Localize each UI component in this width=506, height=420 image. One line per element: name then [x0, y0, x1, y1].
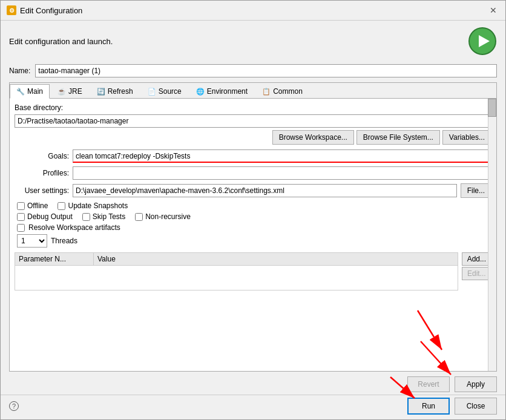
skip-tests-checkbox-item: Skip Tests — [82, 212, 125, 221]
profiles-label: Profiles: — [15, 169, 69, 177]
main-content-area: 🔧 Main ☕ JRE 🔄 Refresh 📄 Source 🌐 Enviro… — [9, 82, 497, 372]
checkboxes-row2: Debug Output Skip Tests Non-recursive — [15, 212, 491, 221]
name-input[interactable] — [35, 64, 497, 77]
title-bar: ⚙ Edit Configuration ✕ — [1, 1, 505, 21]
run-close-row: ? Run Close — [1, 395, 505, 419]
tab-refresh[interactable]: 🔄 Refresh — [90, 84, 140, 98]
edit-configuration-dialog: ⚙ Edit Configuration ✕ Edit configuratio… — [0, 0, 506, 420]
name-label: Name: — [9, 67, 30, 75]
goals-input[interactable] — [73, 149, 491, 163]
run-close-buttons: Run Close — [407, 398, 497, 415]
parameter-table: Parameter N... Value — [15, 252, 458, 290]
apply-button[interactable]: Apply — [455, 376, 497, 392]
non-recursive-checkbox-item: Non-recursive — [135, 212, 191, 221]
jre-tab-icon: ☕ — [58, 88, 66, 96]
debug-output-label: Debug Output — [27, 212, 73, 221]
parameter-table-container: Parameter N... Value Add... Edit... — [15, 252, 491, 290]
name-row: Name: — [1, 62, 505, 82]
title-bar-left: ⚙ Edit Configuration — [7, 5, 82, 15]
update-snapshots-checkbox[interactable] — [58, 202, 65, 210]
close-button[interactable]: Close — [455, 398, 497, 415]
refresh-tab-icon: 🔄 — [97, 88, 105, 96]
user-settings-row: User settings: File... — [15, 183, 491, 198]
tab-content: Base directory: Browse Workspace... Brow… — [10, 99, 496, 371]
non-recursive-checkbox[interactable] — [135, 213, 143, 221]
base-directory-input[interactable] — [15, 114, 491, 128]
goals-label: Goals: — [15, 152, 69, 160]
header-description: Edit configuration and launch. — [9, 37, 113, 46]
user-settings-label: User settings: — [15, 186, 69, 195]
file-button[interactable]: File... — [461, 183, 491, 198]
skip-tests-checkbox[interactable] — [82, 213, 90, 221]
run-button[interactable]: Run — [407, 398, 450, 415]
main-tab-icon: 🔧 — [16, 88, 25, 96]
threads-label: Threads — [51, 237, 77, 245]
tab-main[interactable]: 🔧 Main — [10, 84, 50, 99]
close-icon[interactable]: ✕ — [487, 4, 499, 16]
common-tab-icon: 📋 — [262, 88, 271, 96]
resolve-workspace-checkbox[interactable] — [17, 224, 25, 232]
checkboxes-row1: Offline Update Snapshots — [15, 202, 491, 210]
arrow-annotation — [345, 298, 466, 371]
skip-tests-label: Skip Tests — [93, 212, 125, 221]
resolve-workspace-label: Resolve Workspace artifacts — [28, 223, 120, 232]
add-button[interactable]: Add... — [462, 252, 491, 266]
tab-common[interactable]: 📋 Common — [255, 84, 309, 98]
base-directory-label: Base directory: — [15, 103, 491, 112]
update-snapshots-label: Update Snapshots — [68, 202, 128, 210]
svg-line-3 — [418, 310, 442, 350]
tab-environment[interactable]: 🌐 Environment — [189, 84, 254, 98]
dialog-title: Edit Configuration — [20, 6, 82, 15]
dialog-icon: ⚙ — [7, 5, 16, 15]
revert-button[interactable]: Revert — [407, 376, 450, 392]
run-play-icon — [468, 27, 497, 56]
checkboxes-row3: Resolve Workspace artifacts — [15, 223, 491, 232]
profiles-input[interactable] — [73, 166, 491, 180]
tab-jre[interactable]: ☕ JRE — [51, 84, 89, 98]
source-tab-icon: 📄 — [148, 88, 156, 96]
offline-label: Offline — [27, 202, 48, 210]
scrollbar-track[interactable] — [488, 99, 496, 371]
threads-row: 1 2 4 Threads — [15, 234, 491, 248]
debug-output-checkbox[interactable] — [17, 213, 25, 221]
bottom-area: Revert Apply ? Run Close — [1, 372, 505, 419]
table-body — [15, 266, 458, 290]
offline-checkbox[interactable] — [17, 202, 25, 210]
threads-select[interactable]: 1 2 4 — [17, 234, 47, 248]
scrollbar-thumb[interactable] — [488, 99, 496, 117]
environment-tab-icon: 🌐 — [196, 88, 205, 96]
browse-filesystem-button[interactable]: Browse File System... — [356, 130, 440, 145]
table-header: Parameter N... Value — [15, 253, 458, 266]
revert-apply-row: Revert Apply — [1, 372, 505, 395]
debug-output-checkbox-item: Debug Output — [17, 212, 73, 221]
tab-source[interactable]: 📄 Source — [141, 84, 188, 98]
table-side-buttons: Add... Edit... — [462, 252, 491, 290]
tabs-bar: 🔧 Main ☕ JRE 🔄 Refresh 📄 Source 🌐 Enviro… — [10, 83, 496, 99]
browse-buttons-row: Browse Workspace... Browse File System..… — [15, 130, 491, 145]
update-snapshots-checkbox-item: Update Snapshots — [58, 202, 128, 210]
non-recursive-label: Non-recursive — [145, 212, 191, 221]
goals-row: Goals: — [15, 149, 491, 163]
profiles-row: Profiles: — [15, 166, 491, 180]
variables-button[interactable]: Variables... — [442, 130, 491, 145]
edit-button[interactable]: Edit... — [462, 267, 491, 280]
table-col1-header: Parameter N... — [15, 253, 94, 265]
browse-workspace-button[interactable]: Browse Workspace... — [272, 130, 354, 145]
offline-checkbox-item: Offline — [17, 202, 48, 210]
table-col2-header: Value — [94, 253, 458, 265]
user-settings-input[interactable] — [73, 184, 457, 197]
help-icon[interactable]: ? — [9, 401, 19, 411]
header-section: Edit configuration and launch. — [1, 21, 505, 62]
